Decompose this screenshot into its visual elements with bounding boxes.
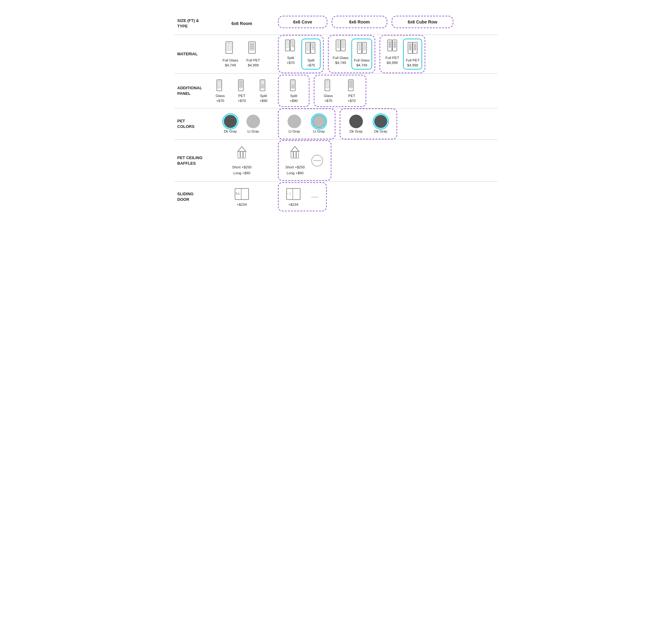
pet-ceiling-baffles-groups: Short +$250Long +$90	[275, 140, 498, 182]
material-g1-split1: Split +$70	[281, 39, 300, 70]
svg-point-95	[293, 86, 294, 86]
pc-g1-ltgray2-selected[interactable]: Lt Gray	[309, 115, 329, 133]
material-reference: Full Glass $4,749	[208, 35, 275, 73]
ap-g2-glass-price: +$70	[324, 99, 332, 102]
ap-split-icon	[289, 79, 298, 93]
svg-rect-93	[291, 85, 294, 88]
pet-colors-reference: Dk Gray Lt Gray	[208, 109, 275, 140]
pc-group2-box: Dk Gray Dk Gray	[340, 109, 397, 139]
svg-point-25	[312, 49, 313, 50]
material-label: MATERIAL	[174, 35, 208, 73]
ap-g1-split-price: +$90	[290, 99, 298, 102]
panel-ref-split-price: +$90	[259, 99, 267, 102]
svg-point-88	[262, 87, 262, 88]
svg-point-42	[390, 42, 391, 43]
svg-point-57	[409, 45, 410, 45]
svg-point-16	[293, 45, 294, 46]
pc-g1-ltgray1-label: Lt Gray	[288, 130, 300, 133]
group1-title: 6x6 Cove	[293, 20, 312, 24]
svg-point-67	[414, 47, 415, 47]
svg-point-68	[415, 47, 416, 47]
ap-group1-box: Split +$90	[278, 75, 309, 107]
svg-rect-116	[296, 151, 298, 158]
svg-point-61	[409, 48, 410, 49]
lt-gray-circle	[246, 115, 260, 128]
svg-point-69	[414, 48, 415, 49]
svg-point-103	[350, 82, 351, 83]
pc-g1-ltgray1-circle	[288, 115, 301, 128]
pet-ceiling-baffles-row: PET CEILINGBAFFLES Short +$250Long +$90	[174, 140, 498, 182]
svg-point-97	[293, 87, 294, 88]
material-reference-items: Full Glass $4,749	[211, 41, 273, 67]
material-g2-fullglass2-price: $4,749	[356, 63, 367, 67]
svg-point-79	[241, 84, 242, 84]
pet-color-ref-dkgray-label: Dk Gray	[224, 130, 237, 133]
sliding-door-groups-outer: ←| +$234 —	[278, 182, 495, 211]
svg-rect-12	[287, 41, 288, 48]
full-pet-g3-icon1	[386, 39, 399, 55]
sliding-door-ref-price: +$234	[237, 203, 247, 206]
group3-title: 6x6 Cube Row	[408, 20, 437, 24]
material-ref-fullglass-label: Full Glass	[222, 58, 238, 62]
baffle-g1-text: Short +$250Long +$90	[285, 164, 305, 176]
sd-g1-item: ←| +$234	[285, 187, 302, 206]
panel-pet-icon	[237, 79, 246, 93]
svg-point-24	[313, 47, 314, 48]
material-groups: Split +$70	[275, 35, 498, 73]
material-g3-fullpet2-selected[interactable]: Full PET $4,999	[403, 39, 422, 70]
material-g3-fullpet2-price: $4,999	[407, 63, 418, 67]
panel-ref-pet-price: +$70	[238, 99, 246, 102]
panel-split-icon	[259, 79, 268, 93]
group3-header-box: 6x6 Cube Row	[391, 16, 453, 28]
material-row: MATERIAL Full Glass $4,749	[174, 35, 498, 73]
svg-point-46	[390, 46, 391, 47]
na-circle-icon	[310, 154, 324, 167]
ap-g2-pet-price: +$70	[348, 99, 356, 102]
panel-ref-glass: Glass +$70	[211, 79, 230, 102]
svg-text:←|: ←|	[287, 192, 291, 195]
pc-group1-box: Lt Gray Lt Gray	[278, 109, 335, 139]
svg-point-78	[240, 84, 241, 84]
svg-point-70	[415, 48, 416, 49]
svg-point-9	[251, 48, 252, 49]
size-type-row: SIZE (FT) &TYPE 6x6 Room 6x6 Cove 6x6 Ro…	[174, 13, 498, 35]
material-ref-fullglass-price: $4,749	[225, 63, 236, 67]
sliding-door-icon-g1: ←|	[285, 187, 302, 201]
material-ref-fullpet-price: $4,999	[248, 63, 259, 67]
material-g1-split1-label: Split	[287, 56, 294, 60]
svg-rect-1	[227, 43, 231, 50]
svg-point-5	[251, 44, 252, 45]
svg-rect-85	[261, 85, 264, 88]
svg-point-54	[395, 46, 395, 47]
material-g2-fullglass1: Full Glass $4,749	[331, 39, 350, 70]
sliding-door-icon-ref: ←|	[234, 187, 250, 201]
material-group3-box: Full PET $4,999	[380, 35, 425, 73]
baffle-group1-box: Short +$250Long +$90	[278, 140, 331, 181]
svg-point-89	[263, 87, 263, 88]
svg-point-45	[389, 46, 390, 47]
pet-color-ref-ltgray: Lt Gray	[244, 115, 263, 133]
additional-panel-groups: Split +$90 Glass	[275, 73, 498, 109]
material-g1-split2-selected[interactable]: Split +$70	[302, 39, 320, 70]
material-g1-split1-price: +$70	[287, 61, 295, 65]
pet-colors-label: PETCOLORS	[174, 109, 208, 140]
additional-panel-label: ADDITIONALPANEL	[174, 73, 208, 109]
pc-g2-dkgray1-circle	[349, 115, 363, 128]
material-g3-fullpet1-label: Full PET	[385, 56, 399, 60]
pc-g2-dkgray2-selected[interactable]: Dk Gray	[371, 115, 390, 133]
svg-text:←|: ←|	[235, 191, 239, 195]
svg-point-104	[351, 82, 352, 83]
pc-g2-dkgray1-label: Dk Gray	[350, 130, 363, 133]
svg-point-87	[263, 86, 263, 86]
additional-panel-reference: Glass +$70	[208, 73, 275, 109]
material-g2-fullglass2-selected[interactable]: Full Glass $4,749	[352, 39, 372, 70]
svg-point-66	[415, 45, 416, 45]
svg-point-108	[351, 86, 352, 86]
svg-marker-113	[291, 146, 299, 151]
svg-point-80	[240, 86, 241, 86]
sd-group1-box: ←| +$234 —	[278, 182, 327, 211]
additional-panel-row: ADDITIONALPANEL Glass +$70	[174, 73, 498, 109]
svg-rect-114	[291, 151, 293, 158]
svg-point-96	[292, 87, 292, 88]
svg-point-76	[240, 82, 241, 83]
